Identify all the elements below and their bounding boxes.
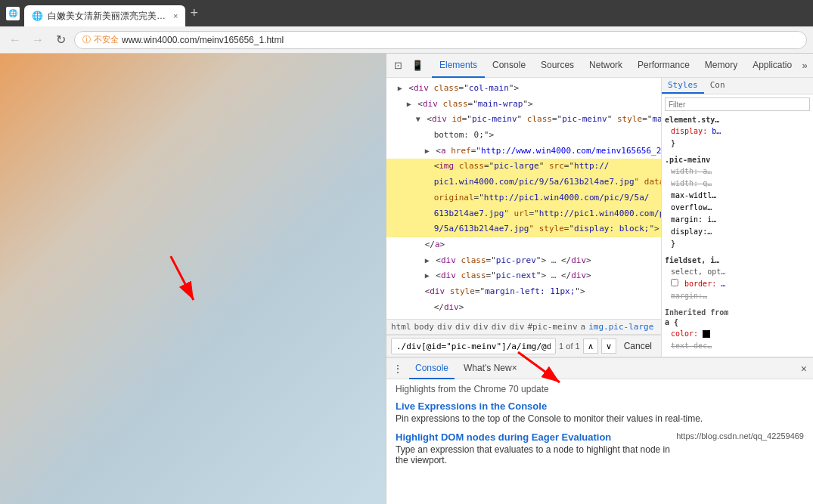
live-expressions-desc: Pin expressions to the top of the Consol… — [396, 413, 804, 424]
main-area: ⊡ 📱 Elements Console Sources Network Per… — [0, 54, 813, 504]
tree-line-highlighted-4[interactable]: 613b2l4ae7.jpg" url="http://pic1.win4000… — [386, 206, 661, 222]
css-rule-pic-meinv: .pic-meinv width: a… width: q… max-widtl… — [665, 156, 810, 250]
search-next-button[interactable]: ∨ — [601, 339, 616, 354]
tree-line-highlighted-3[interactable]: original="http://pic1.win4000.com/pic/9/… — [386, 190, 661, 206]
console-close-icon[interactable]: × — [801, 363, 807, 375]
tree-line-highlighted-5[interactable]: 9/5a/613b2l4ae7.jpg" style="display: blo… — [386, 221, 661, 237]
inherited-from-label: Inherited from — [665, 308, 810, 317]
css-prop-margin: margin: i… — [665, 214, 810, 226]
tab-computed[interactable]: Con — [704, 78, 731, 94]
tree-line[interactable]: </a> — [386, 237, 661, 253]
live-expressions-link[interactable]: Live Expressions in the Console — [396, 400, 547, 412]
tree-line[interactable]: ▶ <div class="pic-prev"> … </div> — [386, 253, 661, 269]
tree-line[interactable]: ▶ <div class="pic-next"> … </div> — [386, 268, 661, 284]
tree-line[interactable]: bottom: 0;"> — [386, 128, 661, 144]
breadcrumb-item[interactable]: #pic-meinv — [527, 322, 577, 332]
tab-styles[interactable]: Styles — [662, 78, 704, 94]
active-tab[interactable]: 🌐 白嫩美女清新美丽漂亮完美女写真 × — [24, 5, 185, 26]
tree-line[interactable]: ▶ <div class="main-wrap"> — [386, 97, 661, 113]
tab-console[interactable]: Console — [485, 54, 533, 78]
css-prop-width-q: width: q… — [665, 178, 810, 190]
tree-line[interactable]: ▼ <div id="pic-meinv" class="pic-meinv" … — [386, 112, 661, 128]
breadcrumb-item-active[interactable]: img.pic-large — [588, 322, 653, 332]
styles-panel: Styles Con element.sty… display: b… } — [662, 78, 813, 357]
tab-sources[interactable]: Sources — [533, 54, 582, 78]
mobile-icon[interactable]: 📱 — [409, 57, 426, 74]
tab-favicon: 🌐 — [32, 11, 43, 21]
browser-favicon: 🌐 — [6, 7, 20, 20]
css-prop-color: color: — [665, 328, 810, 340]
breadcrumb-item[interactable]: div — [473, 322, 489, 332]
tree-line[interactable]: </div> — [386, 300, 661, 316]
styles-content: element.sty… display: b… } .pic-meinv wi… — [662, 94, 813, 357]
tab-memory[interactable]: Memory — [697, 54, 745, 78]
console-content: Highlights from the Chrome 70 update Liv… — [386, 379, 813, 504]
tab-performance[interactable]: Performance — [630, 54, 697, 78]
tab-close-icon[interactable]: × — [173, 11, 178, 20]
console-panel: ⋮ Console What's New × × Highlights from… — [386, 357, 813, 504]
highlight-dom-link[interactable]: Highlight DOM nodes during Eager Evaluat… — [396, 431, 611, 443]
search-bar: 1 of 1 ∧ ∨ Cancel — [386, 335, 661, 357]
tree-line-highlighted-2[interactable]: pic1.win4000.com/pic/9/5a/613b2l4ae7.jpg… — [386, 175, 661, 190]
css-prop-text-dec: text-dec… — [665, 340, 810, 352]
security-icon: ⓘ — [82, 34, 91, 45]
css-rule-fieldset: fieldset, i… select, opt… border: … marg… — [665, 256, 810, 302]
breadcrumb-item[interactable]: div — [455, 322, 470, 332]
css-prop-border: border: … — [665, 278, 810, 290]
tree-line[interactable]: <div style="margin-left: 11px;"> — [386, 284, 661, 300]
css-selector-element: element.sty… — [665, 116, 810, 124]
breadcrumb: html body div div div div div — [386, 319, 661, 335]
css-prop-display: display: b… — [665, 125, 810, 138]
devtools-main-content: ▶ <div class="col-main"> ▶ <div class="m… — [386, 78, 813, 504]
tree-line[interactable]: ▶ <div class="col-main"> — [386, 81, 661, 97]
search-input[interactable] — [391, 338, 556, 354]
breadcrumb-item[interactable]: div — [492, 322, 507, 332]
search-cancel-button[interactable]: Cancel — [619, 339, 656, 353]
css-selector-pic-meinv: .pic-meinv — [665, 156, 810, 164]
refresh-button[interactable]: ↻ — [51, 32, 70, 47]
css-closing-brace2: } — [665, 238, 810, 250]
back-button[interactable]: ← — [6, 33, 24, 47]
tab-network[interactable]: Network — [582, 54, 630, 78]
css-selector-fieldset: fieldset, i… — [665, 256, 810, 264]
breadcrumb-item[interactable]: a — [581, 322, 586, 332]
tab-whats-new[interactable]: What's New × — [458, 358, 523, 379]
html-tree: ▶ <div class="col-main"> ▶ <div class="m… — [386, 78, 661, 319]
new-tab-button[interactable]: + — [190, 5, 198, 21]
security-label: 不安全 — [94, 34, 119, 45]
browser-chrome: 🌐 🌐 白嫩美女清新美丽漂亮完美女写真 × + — [0, 0, 813, 26]
tree-line[interactable]: ▶ <a href="http://www.win4000.com/meinv1… — [386, 144, 661, 159]
address-bar[interactable]: ⓘ 不安全 www.win4000.com/meinv165656_1.html — [74, 31, 807, 49]
css-prop-overflow: overflow… — [665, 202, 810, 214]
styles-tab-bar: Styles Con — [662, 78, 813, 94]
url-text: www.win4000.com/meinv165656_1.html — [122, 35, 799, 45]
webpage-panel — [0, 54, 386, 504]
breadcrumb-item[interactable]: html — [391, 322, 411, 332]
tab-console-main[interactable]: Console — [409, 358, 455, 379]
tab-elements[interactable]: Elements — [432, 54, 485, 78]
search-prev-button[interactable]: ∧ — [583, 339, 598, 354]
tree-line-highlighted[interactable]: <img class="pic-large" src="http:// — [386, 159, 661, 175]
search-count: 1 of 1 — [559, 342, 580, 351]
tab-bar: 🌐 白嫩美女清新美丽漂亮完美女写真 × + — [24, 0, 198, 26]
forward-button[interactable]: → — [29, 33, 47, 47]
console-dots-menu[interactable]: ⋮ — [393, 363, 403, 375]
tab-application[interactable]: Applicatio — [745, 54, 799, 78]
devtools-tab-bar: ⊡ 📱 Elements Console Sources Network Per… — [386, 54, 813, 78]
address-bar-row: ← → ↻ ⓘ 不安全 www.win4000.com/meinv165656_… — [0, 26, 813, 54]
css-closing-brace: } — [665, 138, 810, 150]
inspect-icon[interactable]: ⊡ — [389, 57, 406, 74]
console-source-link[interactable]: https://blog.csdn.net/qq_42259469 — [676, 431, 804, 441]
breadcrumb-item[interactable]: div — [510, 322, 525, 332]
css-checkbox-border[interactable] — [671, 279, 678, 286]
whats-new-close[interactable]: × — [512, 363, 517, 373]
more-tabs-icon[interactable]: » — [799, 57, 810, 74]
filter-row — [665, 97, 810, 111]
css-rule-a: a { color: text-dec… — [665, 318, 810, 352]
breadcrumb-item[interactable]: div — [437, 322, 452, 332]
breadcrumb-item[interactable]: body — [414, 322, 435, 332]
devtools-panel: ⊡ 📱 Elements Console Sources Network Per… — [386, 54, 813, 504]
tab-title: 白嫩美女清新美丽漂亮完美女写真 — [48, 10, 169, 23]
filter-input[interactable] — [665, 97, 810, 111]
elements-panel: ▶ <div class="col-main"> ▶ <div class="m… — [386, 78, 662, 357]
